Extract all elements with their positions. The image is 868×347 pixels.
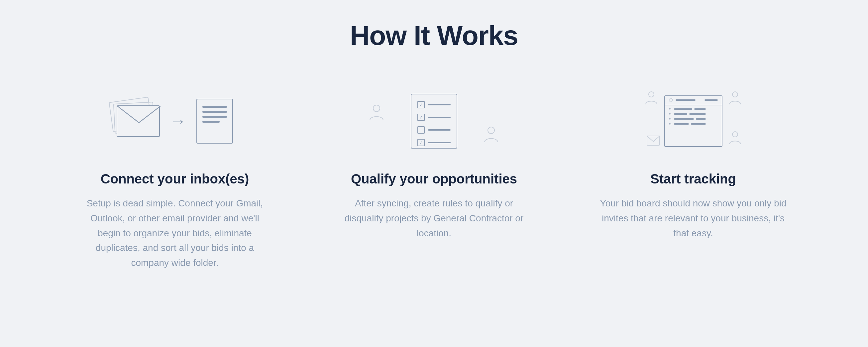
table-line-2a [674,113,687,115]
doc-line-3 [203,116,227,118]
svg-point-3 [488,127,494,134]
table-dot-1 [669,108,671,111]
checklist-item-2: ✓ [417,114,451,121]
table-dot-3 [669,118,671,120]
qualify-description: After syncing, create rules to qualify o… [338,196,530,241]
check-line-2 [428,117,451,118]
tracking-title: Start tracking [650,171,736,187]
checkbox-1: ✓ [417,101,425,108]
checklist-item-4: ✓ [417,139,451,146]
svg-point-2 [373,105,380,112]
person-tl-icon [645,90,658,107]
connect-inbox-title: Connect your inbox(es) [101,171,249,187]
table-box [664,95,722,147]
doc-line-1 [203,106,227,108]
table-row-4 [669,123,718,125]
table-row-1 [669,108,718,111]
svg-point-7 [733,132,738,137]
check-line-3 [428,129,451,131]
checklist-item-3 [417,126,451,134]
table-body [665,105,722,128]
check-line-4 [428,142,451,143]
table-line-1a [674,108,692,110]
table-line-4b [691,123,706,125]
checkbox-3 [417,126,425,134]
qualify-icon-area: ✓ ✓ ✓ [331,85,537,158]
person-tr-icon [729,90,741,107]
table-lines-3 [674,118,718,120]
envelope-lines [117,106,160,137]
cards-container: → Connect your inbox(es) Setup is dead s… [35,85,833,271]
table-row-3 [669,118,718,120]
checkbox-4: ✓ [417,139,425,146]
table-dot-2 [669,113,671,115]
table-lines-2 [674,113,718,115]
arrow-right-icon: → [170,112,186,131]
card-connect-inbox: → Connect your inbox(es) Setup is dead s… [45,85,304,271]
section-title: How It Works [350,20,518,51]
document-icon [196,99,233,144]
qualify-title: Qualify your opportunities [351,171,517,187]
svg-line-1 [139,106,160,123]
svg-point-4 [649,92,654,97]
card-qualify: ✓ ✓ ✓ [304,85,564,271]
connect-inbox-description: Setup is dead simple. Connect your Gmail… [79,196,271,271]
doc-line-2 [203,111,227,113]
svg-line-0 [117,106,139,123]
tracking-icon-area [590,85,796,158]
checkbox-2: ✓ [417,114,425,121]
envelope-main [117,105,160,137]
envelope-small-icon [647,136,660,147]
inbox-icon: → [117,99,233,144]
table-line-2b [689,113,706,115]
table-line-4a [674,123,689,125]
table-lines-1 [674,108,718,110]
inbox-icon-area: → [72,85,278,158]
checklist-icon: ✓ ✓ ✓ [391,94,477,149]
person-br-icon [729,130,741,147]
page-container: How It Works [0,0,868,347]
envelope-group [117,105,160,137]
tracking-description: Your bid board should now show you only … [597,196,789,241]
check-line-1 [428,104,451,105]
table-lines-4 [674,123,718,125]
person-right-icon [484,126,499,145]
card-tracking: Start tracking Your bid board should now… [564,85,823,271]
checklist-box: ✓ ✓ ✓ [411,94,457,149]
table-header [665,96,722,105]
person-left-icon [369,104,384,123]
table-line-3b [696,118,706,120]
table-dot-4 [669,123,671,125]
checklist-item-1: ✓ [417,101,451,108]
svg-point-5 [733,92,738,97]
doc-line-4 [203,121,220,123]
table-row-2 [669,113,718,115]
table-line-1b [694,108,706,110]
table-line-3a [674,118,694,120]
tracking-icon [643,95,743,147]
